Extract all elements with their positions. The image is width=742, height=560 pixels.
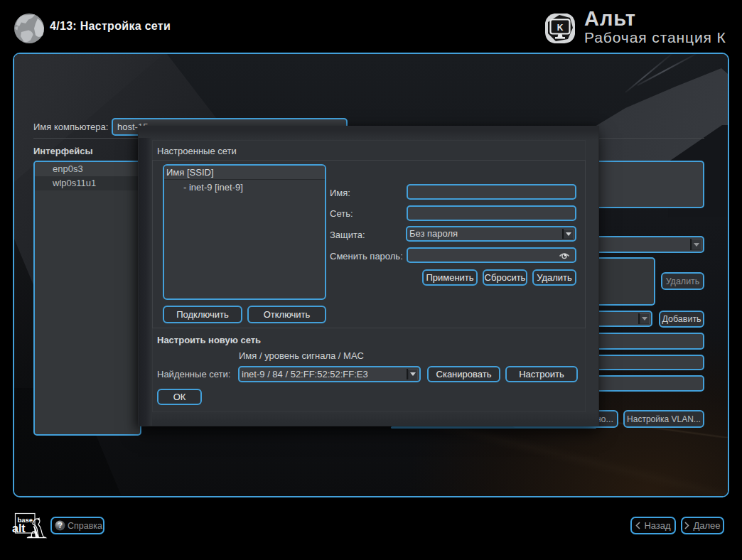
svg-text:K: K	[557, 23, 564, 33]
svg-text:alt: alt	[12, 522, 26, 534]
svg-text:?: ?	[58, 521, 63, 529]
